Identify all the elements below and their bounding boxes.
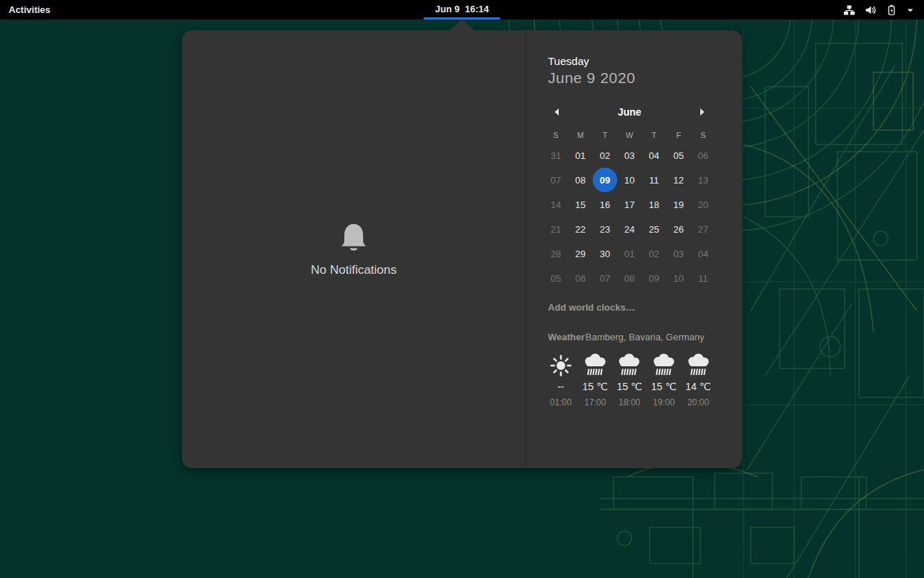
calendar-day[interactable]: 11 bbox=[691, 266, 715, 290]
calendar-day[interactable]: 11 bbox=[642, 168, 666, 192]
calendar-day[interactable]: 07 bbox=[544, 168, 568, 192]
month-navigation: June bbox=[544, 101, 715, 123]
calendar-day[interactable]: 14 bbox=[544, 192, 568, 217]
forecast-temperature: 15 ℃ bbox=[578, 381, 613, 392]
calendar-day[interactable]: 08 bbox=[617, 266, 642, 290]
calendar-day[interactable]: 12 bbox=[666, 168, 691, 192]
calendar-pane: Tuesday June 9 2020 June SMTWTFS bbox=[526, 30, 742, 468]
calendar-day[interactable]: 24 bbox=[617, 217, 642, 241]
weekday-label: M bbox=[568, 127, 593, 143]
weather-title: Weather bbox=[548, 332, 585, 342]
next-month-button[interactable] bbox=[696, 105, 709, 118]
calendar-day[interactable]: 20 bbox=[691, 192, 715, 217]
calendar-day[interactable]: 09 bbox=[642, 266, 666, 290]
calendar-day[interactable]: 26 bbox=[666, 217, 691, 241]
calendar-day[interactable]: 21 bbox=[544, 217, 568, 241]
rain-showers-icon bbox=[650, 353, 677, 377]
weather-section: Weather Bamberg, Bavaria, Germany bbox=[544, 332, 742, 407]
calendar-day[interactable]: 08 bbox=[568, 168, 593, 192]
rain-showers-icon bbox=[616, 353, 642, 377]
calendar-day-grid: 3101020304050607080910111213141516171819… bbox=[544, 143, 715, 290]
weekday-label: F bbox=[666, 127, 691, 143]
weekday-label: W bbox=[617, 127, 642, 143]
forecast-time: 18:00 bbox=[612, 397, 647, 407]
calendar-day[interactable]: 19 bbox=[666, 192, 691, 217]
calendar-day[interactable]: 10 bbox=[666, 266, 691, 290]
calendar-day[interactable]: 03 bbox=[666, 241, 691, 266]
calendar-day[interactable]: 01 bbox=[568, 143, 593, 168]
chevron-left-icon bbox=[553, 108, 560, 116]
calendar-day[interactable]: 31 bbox=[544, 143, 568, 168]
weekday-label: T bbox=[642, 127, 666, 143]
calendar-day[interactable]: 16 bbox=[593, 192, 617, 217]
forecast-time: 19:00 bbox=[647, 397, 681, 407]
system-tray[interactable] bbox=[837, 0, 920, 20]
weekday-label: T bbox=[593, 127, 617, 143]
calendar-day[interactable]: 02 bbox=[593, 143, 617, 168]
chevron-right-icon bbox=[699, 108, 706, 116]
battery-charging-icon bbox=[886, 4, 897, 16]
calendar-day[interactable]: 03 bbox=[617, 143, 642, 168]
forecast-column: 15 ℃ 18:00 bbox=[612, 351, 647, 407]
forecast-time: 01:00 bbox=[544, 397, 578, 407]
volume-icon bbox=[865, 4, 876, 16]
forecast-column: 15 ℃ 19:00 bbox=[647, 351, 681, 407]
network-wired-icon bbox=[843, 4, 855, 16]
rain-showers-icon bbox=[685, 353, 712, 377]
forecast-temperature: 14 ℃ bbox=[681, 381, 715, 392]
calendar-day[interactable]: 30 bbox=[593, 241, 617, 266]
notifications-pane: No Notifications bbox=[182, 30, 526, 468]
calendar-day[interactable]: 10 bbox=[617, 168, 642, 192]
calendar-day[interactable]: 29 bbox=[568, 241, 593, 266]
bell-icon bbox=[336, 221, 372, 257]
calendar-day[interactable]: 04 bbox=[642, 143, 666, 168]
forecast-column: 14 ℃ 20:00 bbox=[681, 351, 715, 407]
calendar-day[interactable]: 13 bbox=[691, 168, 715, 192]
weather-header[interactable]: Weather Bamberg, Bavaria, Germany bbox=[548, 332, 742, 342]
calendar-day[interactable]: 18 bbox=[642, 192, 666, 217]
calendar-day[interactable]: 09 bbox=[593, 168, 617, 192]
no-notifications-label: No Notifications bbox=[310, 263, 396, 277]
calendar-popup: No Notifications Tuesday June 9 2020 Jun… bbox=[182, 30, 742, 468]
calendar-day[interactable]: 27 bbox=[691, 217, 715, 241]
forecast-time: 20:00 bbox=[681, 397, 715, 407]
chevron-down-icon bbox=[907, 7, 914, 14]
calendar-day[interactable]: 22 bbox=[568, 217, 593, 241]
calendar-day[interactable]: 06 bbox=[691, 143, 715, 168]
calendar-day[interactable]: 23 bbox=[593, 217, 617, 241]
weather-location: Bamberg, Bavaria, Germany bbox=[585, 332, 705, 342]
top-bar: Activities Jun 9 16:14 bbox=[0, 0, 924, 20]
weekday-label: S bbox=[691, 127, 715, 143]
weekday-header-row: SMTWTFS bbox=[544, 127, 715, 143]
clock-menu-button[interactable]: Jun 9 16:14 bbox=[424, 0, 500, 20]
calendar-day[interactable]: 04 bbox=[691, 241, 715, 266]
add-world-clocks-button[interactable]: Add world clocks… bbox=[548, 302, 742, 313]
calendar-day[interactable]: 17 bbox=[617, 192, 642, 217]
calendar-day[interactable]: 01 bbox=[617, 241, 642, 266]
weekday-heading: Tuesday bbox=[548, 55, 742, 67]
calendar-day[interactable]: 28 bbox=[544, 241, 568, 266]
calendar-day[interactable]: 02 bbox=[642, 241, 666, 266]
forecast-temperature: 15 ℃ bbox=[612, 381, 647, 392]
weekday-label: S bbox=[544, 127, 568, 143]
calendar-day[interactable]: 07 bbox=[593, 266, 617, 290]
calendar-day[interactable]: 25 bbox=[642, 217, 666, 241]
calendar-widget: June SMTWTFS 310102030405060708091011121… bbox=[544, 101, 715, 290]
calendar-day[interactable]: 05 bbox=[666, 143, 691, 168]
forecast-time: 17:00 bbox=[578, 397, 613, 407]
activities-button[interactable]: Activities bbox=[1, 0, 58, 20]
previous-month-button[interactable] bbox=[550, 105, 563, 118]
forecast-temperature: 15 ℃ bbox=[647, 381, 681, 392]
forecast-column: 15 ℃ 17:00 bbox=[578, 351, 613, 407]
forecast-column: -- 01:00 bbox=[544, 351, 578, 407]
forecast-row: -- 01:00 bbox=[544, 351, 715, 407]
date-heading: June 9 2020 bbox=[548, 69, 742, 87]
sun-icon bbox=[549, 354, 572, 377]
rain-showers-icon bbox=[582, 353, 609, 377]
calendar-day[interactable]: 06 bbox=[568, 266, 593, 290]
month-label: June bbox=[618, 106, 642, 118]
forecast-temperature: -- bbox=[544, 381, 578, 392]
calendar-day[interactable]: 15 bbox=[568, 192, 593, 217]
calendar-day[interactable]: 05 bbox=[544, 266, 568, 290]
